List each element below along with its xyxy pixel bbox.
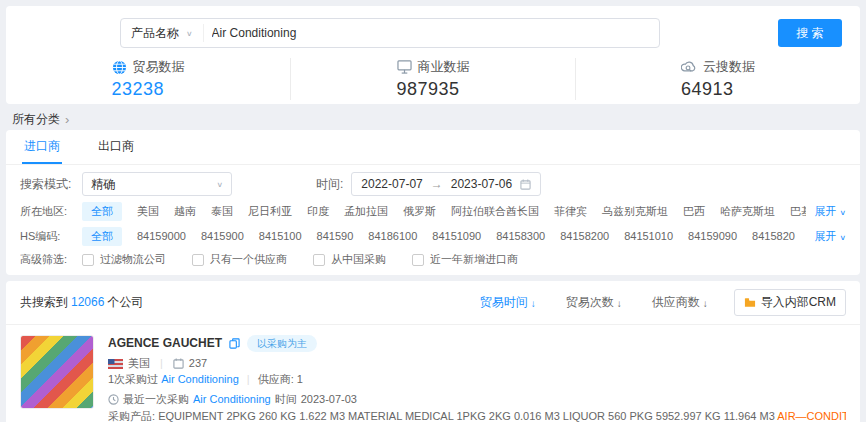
advanced-filter-label: 高级筛选:	[20, 252, 82, 267]
divider	[155, 357, 168, 370]
search-mode-value: 精确	[91, 176, 115, 193]
globe-icon	[112, 60, 127, 75]
region-filter-chip[interactable]: 阿拉伯联合酋长国	[451, 204, 539, 219]
region-filter-chip[interactable]: 越南	[174, 204, 196, 219]
arrow-down-icon	[703, 296, 708, 310]
chevron-down-icon	[186, 26, 193, 40]
supplier-label: 供应商:	[258, 373, 294, 386]
tab-exporters[interactable]: 出口商	[96, 130, 136, 164]
checkbox-icon[interactable]	[313, 254, 325, 266]
search-input[interactable]	[203, 24, 659, 42]
company-country: 美国	[128, 357, 150, 370]
hs-code-label: HS编码:	[20, 229, 82, 244]
copy-icon[interactable]	[229, 338, 240, 349]
results-count: 共搜索到12066个公司	[20, 294, 146, 311]
checkbox-icon[interactable]	[412, 254, 424, 266]
region-filter-chip[interactable]: 乌兹别克斯坦	[602, 204, 668, 219]
country-flag-icon	[108, 359, 123, 369]
date-start: 2022-07-07	[361, 177, 422, 191]
time-label: 时间:	[316, 176, 343, 193]
hs-code-chip[interactable]: 84158200	[560, 230, 609, 242]
checkbox-icon[interactable]	[192, 254, 204, 266]
sort-option[interactable]: 供应商数	[652, 294, 708, 311]
date-end: 2023-07-06	[451, 177, 512, 191]
region-filter-chip[interactable]: 巴基斯坦	[790, 204, 806, 219]
sort-option[interactable]: 贸易时间	[480, 294, 536, 311]
arrow-down-icon	[531, 296, 536, 310]
hs-code-chip[interactable]: 84159000	[137, 230, 186, 242]
region-filter-chip[interactable]: 泰国	[211, 204, 233, 219]
region-filter-chip[interactable]: 全部	[82, 202, 122, 221]
advanced-filter-option[interactable]: 过滤物流公司	[82, 252, 166, 267]
search-mode-select[interactable]: 精确	[82, 172, 232, 196]
filter-row-region: 所在地区: 全部美国越南泰国尼日利亚印度孟加拉国俄罗斯阿拉伯联合酋长国菲律宾乌兹…	[6, 202, 860, 221]
region-filter-chip[interactable]: 尼日利亚	[248, 204, 292, 219]
hs-code-chip[interactable]: 84186100	[368, 230, 417, 242]
company-record-count: 237	[189, 357, 207, 370]
region-filter-chip[interactable]: 巴西	[683, 204, 705, 219]
results-count-number: 12066	[71, 295, 104, 309]
import-crm-button[interactable]: 导入内部CRM	[734, 289, 846, 316]
cloud-search-icon	[681, 60, 697, 74]
purchased-products-line: 采购产品: EQUIPMENT 2PKG 260 KG 1.622 M3 MAT…	[108, 410, 846, 422]
search-category-select[interactable]: 产品名称	[121, 25, 203, 42]
hs-code-chip[interactable]: 8415820	[752, 230, 795, 242]
arrow-down-icon	[617, 296, 622, 310]
hs-code-chip[interactable]: 8415900	[201, 230, 244, 242]
filter-row-hs: HS编码: 全部84159000841590084151008415908418…	[6, 227, 860, 246]
checkbox-icon[interactable]	[82, 254, 94, 266]
stat-trade-data[interactable]: 贸易数据 23238	[6, 58, 290, 100]
company-name[interactable]: AGENCE GAUCHET	[108, 337, 222, 350]
sort-option[interactable]: 贸易次数	[566, 294, 622, 311]
search-category-label: 产品名称	[131, 25, 179, 42]
folder-import-icon	[744, 297, 756, 308]
date-range-picker[interactable]: 2022-07-07 → 2023-07-06	[351, 172, 541, 196]
calendar-icon	[520, 179, 531, 190]
all-categories-link[interactable]: 所有分类	[12, 112, 854, 126]
region-filter-chip[interactable]: 俄罗斯	[403, 204, 436, 219]
region-filter-chip[interactable]: 美国	[137, 204, 159, 219]
stat-value: 987935	[397, 79, 470, 100]
date-separator: →	[431, 177, 443, 191]
search-mode-label: 搜索模式:	[20, 176, 82, 193]
advanced-filter-option[interactable]: 只有一个供应商	[192, 252, 287, 267]
company-tag-badge: 以采购为主	[247, 335, 317, 352]
hs-code-chip[interactable]: 84151010	[624, 230, 673, 242]
search-button[interactable]: 搜 索	[778, 19, 842, 47]
stat-cloud-search-data[interactable]: 云搜数据 64913	[575, 58, 860, 100]
recent-purchase-prefix: 最近一次采购	[123, 393, 189, 406]
stat-business-data[interactable]: 商业数据 987935	[290, 58, 575, 100]
expand-hs-link[interactable]: 展开	[814, 229, 846, 244]
supplier-count: 1	[297, 373, 303, 386]
search-box: 产品名称	[120, 18, 660, 48]
product-link[interactable]: Air Conditioning	[161, 373, 239, 386]
region-filter-chip[interactable]: 印度	[307, 204, 329, 219]
region-filter-chip[interactable]: 哈萨克斯坦	[720, 204, 775, 219]
results-header: 共搜索到12066个公司 贸易时间 贸易次数 供应商数	[6, 281, 860, 325]
hs-code-chip[interactable]: 84151090	[432, 230, 481, 242]
chevron-down-icon	[216, 177, 223, 191]
calendar-icon	[173, 358, 184, 369]
highlighted-product: AIR—CONDITIONING	[777, 410, 846, 422]
filter-row-mode: 搜索模式: 精确 时间: 2022-07-07 → 2023-07-06	[6, 172, 860, 196]
hs-code-chip[interactable]: 84158300	[496, 230, 545, 242]
stat-label: 商业数据	[418, 58, 470, 76]
search-panel: 产品名称 搜 索 贸易数据 23238	[6, 6, 860, 104]
company-thumbnail[interactable]	[20, 335, 94, 409]
recent-product-link[interactable]: Air Conditioning	[193, 393, 271, 406]
hs-code-chip[interactable]: 全部	[82, 227, 122, 246]
purchase-times: 1次采购过	[108, 373, 158, 386]
region-filter-chip[interactable]: 菲律宾	[554, 204, 587, 219]
region-label: 所在地区:	[20, 204, 82, 219]
expand-regions-link[interactable]: 展开	[814, 204, 846, 219]
tab-importers[interactable]: 进口商	[22, 130, 62, 164]
hs-code-chip[interactable]: 84159090	[688, 230, 737, 242]
hs-code-chip[interactable]: 841590	[317, 230, 354, 242]
region-filter-chip[interactable]: 孟加拉国	[344, 204, 388, 219]
advanced-filter-option[interactable]: 近一年新增进口商	[412, 252, 518, 267]
company-card: AGENCE GAUCHET 以采购为主 美国 237 1次采购过 Ai	[6, 325, 860, 422]
advanced-filter-option[interactable]: 从中国采购	[313, 252, 386, 267]
results-panel: 共搜索到12066个公司 贸易时间 贸易次数 供应商数	[6, 281, 860, 422]
hs-code-chip[interactable]: 8415100	[259, 230, 302, 242]
filter-row-advanced: 高级筛选: 过滤物流公司 只有一个供应商 从中国采购	[6, 252, 860, 267]
